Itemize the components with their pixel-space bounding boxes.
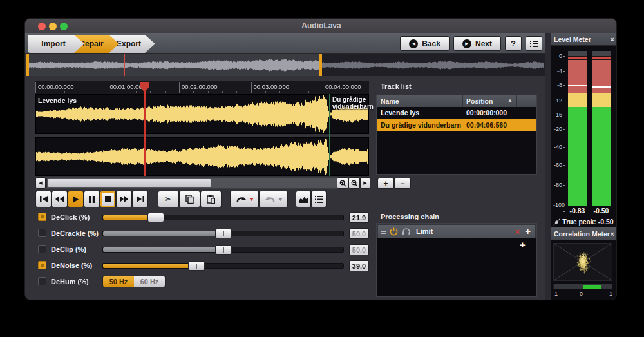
track-row-1-position: 00:00:00:000: [466, 109, 507, 117]
zoom-out-button[interactable]: [348, 177, 360, 189]
timeline-ruler[interactable]: 00:00:00:00000:01:00:00000:02:00:00000:0…: [35, 81, 369, 94]
next-button[interactable]: ▶ Next: [453, 36, 501, 51]
skip-to-start-button[interactable]: [35, 191, 52, 207]
undo-button[interactable]: [230, 191, 259, 207]
decrackle-slider-handle[interactable]: [215, 229, 232, 238]
level-scale-label: -8: [552, 82, 565, 88]
correlation-meter-close-icon[interactable]: ×: [611, 230, 614, 238]
waveform-channel-left[interactable]: [35, 94, 369, 134]
level-meter-close-icon[interactable]: ×: [611, 35, 614, 43]
redo-button[interactable]: [259, 191, 288, 207]
decrackle-checkbox[interactable]: [38, 229, 46, 237]
decrackle-slider-fill: [103, 231, 223, 236]
play-icon: [73, 196, 79, 203]
track-row-2[interactable]: Du grådige vidunderbarn 00:04:06:560: [377, 119, 536, 131]
app-window: AudioLava Import Repair Export ◀ Back ▶ …: [24, 18, 617, 300]
true-peak-readout: True peak: -0.50: [560, 218, 616, 226]
help-button[interactable]: ?: [505, 36, 522, 51]
declip-value: 50.0: [349, 244, 369, 255]
undo-dropdown-icon: [249, 198, 254, 201]
decrackle-value: 50.0: [349, 228, 369, 239]
overview-waveform-strip[interactable]: [26, 54, 545, 76]
declip-slider[interactable]: [102, 247, 344, 253]
scrollbar-track[interactable]: [46, 178, 345, 188]
log-list-button[interactable]: [526, 36, 542, 51]
corr-scale-zero: 0: [580, 291, 583, 297]
minus-icon: −: [400, 179, 404, 188]
power-icon[interactable]: [390, 227, 398, 236]
track-boundary-line: [329, 94, 330, 176]
waveform-channel-right[interactable]: [35, 137, 369, 176]
decrackle-slider[interactable]: [102, 231, 344, 236]
scroll-right-button[interactable]: ▶: [360, 177, 370, 189]
overview-region-start-marker[interactable]: [26, 54, 29, 76]
denoise-slider-fill: [103, 264, 196, 268]
chain-item-limit[interactable]: Limit × +: [377, 224, 536, 238]
rewind-button[interactable]: [52, 191, 68, 207]
declick-checkbox[interactable]: [38, 213, 46, 221]
next-icon: ▶: [462, 39, 471, 48]
fast-forward-button[interactable]: [116, 191, 132, 207]
dehum-checkbox[interactable]: [38, 277, 46, 285]
corr-scale-minus1: -1: [553, 291, 558, 297]
remove-track-button[interactable]: −: [394, 178, 411, 189]
declick-slider-handle[interactable]: [147, 213, 164, 222]
copy-button[interactable]: [179, 191, 200, 207]
level-meter-bar-left: [568, 51, 587, 206]
cut-button[interactable]: ✂: [158, 191, 179, 207]
declick-slider[interactable]: [102, 215, 344, 220]
processing-chain-title: Processing chain: [381, 213, 439, 220]
tab-import[interactable]: Import: [28, 35, 84, 53]
denoise-slider[interactable]: [102, 263, 344, 269]
level-scale-label: -4: [552, 68, 565, 74]
meter-dock: Level Meter × 0-4-8-12-16-20-40-60-80-10…: [551, 33, 617, 300]
sort-asc-icon: ▲: [507, 97, 513, 103]
plus-icon: +: [383, 179, 388, 188]
list-view-button[interactable]: [311, 191, 327, 207]
dehum-label: DeHum (%): [51, 278, 89, 285]
fast-forward-icon: [120, 196, 128, 202]
add-effect-icon[interactable]: +: [525, 228, 531, 235]
play-button[interactable]: [68, 191, 84, 207]
stop-button[interactable]: [100, 191, 116, 207]
track-row-1[interactable]: Levende lys 00:00:00:000: [377, 107, 536, 119]
add-effect-below-icon[interactable]: +: [520, 242, 526, 248]
goniometer-scatter: [554, 244, 612, 280]
desktop-background: AudioLava Import Repair Export ◀ Back ▶ …: [0, 0, 644, 337]
pause-button[interactable]: [84, 191, 100, 207]
back-button[interactable]: ◀ Back: [400, 36, 450, 51]
timeline-tick-label: 00:01:00:000: [110, 83, 146, 90]
tab-export-label: Export: [117, 39, 141, 48]
timeline-tick-label: 00:04:00:000: [325, 83, 361, 90]
zoom-in-button[interactable]: [337, 177, 348, 189]
declip-checkbox[interactable]: [38, 245, 46, 253]
corr-scale-plus1: 1: [609, 291, 612, 297]
back-button-label: Back: [422, 39, 440, 48]
tab-import-label: Import: [41, 39, 65, 48]
denoise-slider-handle[interactable]: [188, 261, 205, 271]
level-scale-label: -20: [552, 126, 565, 132]
skip-to-end-button[interactable]: [132, 191, 148, 207]
panel-divider[interactable]: [545, 33, 551, 300]
paste-icon: [207, 195, 215, 204]
headphones-icon[interactable]: [402, 227, 411, 235]
waveform-view-button[interactable]: [296, 191, 311, 207]
track-list-table: Name Position ▲ Levende lys 00:00:00:000…: [376, 95, 537, 175]
remove-effect-icon[interactable]: ×: [515, 227, 520, 236]
declip-slider-handle[interactable]: [215, 245, 232, 255]
overview-region-end-marker[interactable]: [319, 54, 322, 76]
dehum-50hz-option[interactable]: 50 Hz: [103, 276, 134, 287]
playhead-line: [144, 91, 146, 176]
column-name[interactable]: Name: [381, 97, 399, 105]
add-track-button[interactable]: +: [377, 178, 394, 189]
dehum-60hz-option[interactable]: 60 Hz: [134, 276, 165, 287]
paste-button[interactable]: [200, 191, 222, 207]
denoise-checkbox[interactable]: [38, 261, 46, 269]
scroll-left-button[interactable]: ◀: [35, 177, 46, 189]
declip-slider-fill: [103, 247, 223, 252]
track-row-2-name: Du grådige vidunderbarn: [381, 121, 461, 129]
column-position[interactable]: Position: [466, 97, 493, 105]
overview-playhead: [124, 54, 125, 76]
drag-handle-icon[interactable]: [381, 229, 386, 235]
scrollbar-thumb[interactable]: [48, 179, 211, 187]
